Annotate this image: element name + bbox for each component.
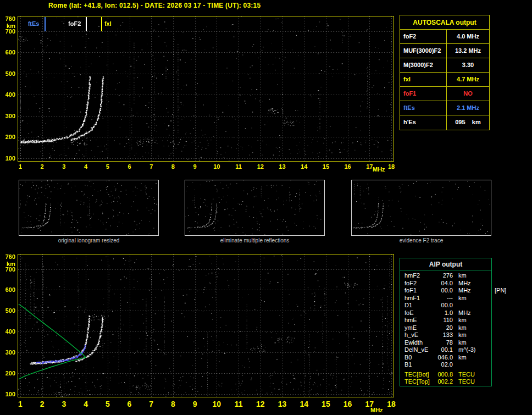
aip-param-value: 1.0	[434, 309, 453, 317]
x-tick-label: 13	[275, 163, 289, 170]
autoscala-output-panel: AUTOSCALA output foF24.0 MHzMUF(3000)F21…	[400, 15, 490, 130]
autoscala-output-title: AUTOSCALA output	[400, 15, 489, 30]
x-tick-label: 2	[35, 400, 49, 408]
aip-param-value: 002.2	[434, 378, 453, 386]
x-tick-label: 15	[319, 163, 333, 170]
aip-param-unit: TECU	[458, 378, 475, 386]
aip-param-value: 110	[434, 317, 453, 324]
y-axis-unit: km	[0, 261, 15, 267]
x-tick-label: 12	[253, 163, 268, 170]
aip-param-unit: km	[458, 331, 467, 339]
aip-row-tectop: TEC[Top]002.2TECU	[400, 378, 491, 386]
thumb-eliminate-canvas	[185, 180, 324, 235]
aip-row-d1: D100.0	[400, 302, 491, 309]
aip-row-hme: hmE110km	[400, 317, 491, 324]
y-tick-label: 600	[0, 286, 15, 293]
y-tick-label: 500	[0, 70, 15, 77]
aip-row-hve: h_vE133km	[400, 331, 491, 339]
x-tick-label: 9	[188, 400, 202, 408]
aip-param-label: B0	[400, 354, 434, 362]
x-tick-label: 4	[79, 163, 93, 170]
x-tick-label: 7	[144, 400, 158, 408]
aip-param-label: ymE	[400, 324, 434, 332]
y-tick-label: 100	[0, 155, 15, 162]
x-tick-label: 3	[57, 400, 71, 408]
aip-param-value: 00.0	[434, 302, 453, 309]
autoscala-output-rows: foF24.0 MHzMUF(3000)F213.2 MHzM(3000)F23…	[400, 30, 489, 130]
station-date-time-header: Rome (lat: +41.8, lon: 012.5) - DATE: 20…	[48, 2, 261, 9]
aip-param-value: 04.0	[434, 280, 453, 287]
aip-param-label: B1	[400, 361, 434, 369]
autoscala-row-fof1: foF1NO	[400, 87, 489, 101]
aip-param-unit: km	[458, 317, 467, 324]
x-tick-label: 16	[341, 163, 355, 170]
x-tick-label: 5	[101, 400, 115, 408]
autoscala-param-value: NO	[447, 87, 489, 101]
aip-param-unit: km	[458, 339, 467, 347]
x-axis-unit: MHz	[370, 407, 383, 413]
aip-row-hmf2: hmF2276km	[400, 272, 491, 280]
autoscala-param-value: 4.7 MHz	[447, 73, 489, 86]
aip-row-tecbot: TEC[Bot]000.8TECU	[400, 371, 491, 379]
aip-param-label: Ewidth	[400, 339, 434, 347]
autoscala-param-label: h'Es	[400, 115, 447, 130]
y-tick-label: 300	[0, 113, 15, 119]
y-tick-label: 200	[0, 134, 15, 140]
aip-row-b0: B0046.0km	[400, 354, 491, 362]
aip-param-value: 000.8	[434, 371, 453, 379]
aip-param-unit: MHz	[458, 280, 471, 287]
aip-row-fof2: foF204.0MHz	[400, 280, 491, 287]
ionogram-bottom-canvas	[18, 254, 394, 397]
thumb-evidence-canvas	[352, 180, 491, 235]
aip-row-foe: foE1.0MHz	[400, 309, 491, 317]
x-tick-label: 10	[209, 163, 224, 170]
ionogram-plot-top: ftEsfoF2fxI	[18, 16, 394, 162]
x-tick-label: 6	[123, 400, 137, 408]
autoscala-row-fxi: fxI4.7 MHz	[400, 73, 489, 87]
aip-param-value: 20	[434, 324, 453, 332]
aip-param-label: TEC[Bot]	[400, 371, 434, 379]
autoscala-param-label: MUF(3000)F2	[400, 44, 447, 58]
autoscala-row-ftes: ftEs2.1 MHz	[400, 101, 489, 115]
x-tick-label: 12	[253, 400, 268, 408]
x-tick-label: 1	[13, 400, 27, 408]
y-tick-label: 760	[0, 15, 15, 22]
thumb-original-ionogram	[19, 180, 159, 236]
aip-param-label: hmF2	[400, 272, 434, 280]
x-tick-label: 13	[275, 400, 289, 408]
aip-param-value: 276	[434, 272, 453, 280]
ftes-marker-line	[45, 17, 46, 31]
aip-param-label: foF2	[400, 280, 434, 287]
x-tick-label: 8	[166, 400, 180, 408]
autoscala-row-muf3000f2: MUF(3000)F213.2 MHz	[400, 44, 489, 58]
autoscala-row-hes: h'Es095 km	[400, 115, 489, 130]
aip-param-label: hmE	[400, 317, 434, 324]
autoscala-param-value: 2.1 MHz	[447, 101, 489, 115]
y-tick-label: 400	[0, 91, 15, 98]
autoscala-param-label: ftEs	[400, 101, 447, 115]
autoscala-param-label: M(3000)F2	[400, 58, 447, 72]
aip-param-value: 00.1	[434, 346, 453, 354]
fxi-marker-line	[101, 17, 102, 31]
aip-output-title: AIP output	[400, 258, 491, 270]
x-tick-label: 14	[297, 400, 311, 408]
y-tick-label: 500	[0, 307, 15, 314]
y-tick-label: 600	[0, 49, 15, 56]
aip-param-unit: km	[458, 295, 467, 302]
aip-param-unit: MHz	[458, 309, 471, 317]
autoscala-param-value: 4.0 MHz	[447, 30, 489, 43]
x-tick-label: 7	[144, 163, 158, 170]
aip-param-value: ---	[434, 295, 453, 302]
aip-param-label: h_vE	[400, 331, 434, 339]
fof2-marker-label: foF2	[68, 20, 81, 27]
aip-param-value: 78	[434, 339, 453, 347]
autoscala-param-label: fxI	[400, 73, 447, 86]
ftes-marker-label: ftEs	[28, 20, 40, 27]
ionogram-top-canvas	[18, 16, 394, 161]
y-tick-label: 400	[0, 328, 15, 335]
x-tick-label: 3	[57, 163, 71, 170]
thumb-eliminate-reflections	[185, 180, 325, 236]
x-tick-label: 4	[79, 400, 93, 408]
autoscala-row-fof2: foF24.0 MHz	[400, 30, 489, 44]
aip-row-ewidth: Ewidth78km	[400, 339, 491, 347]
